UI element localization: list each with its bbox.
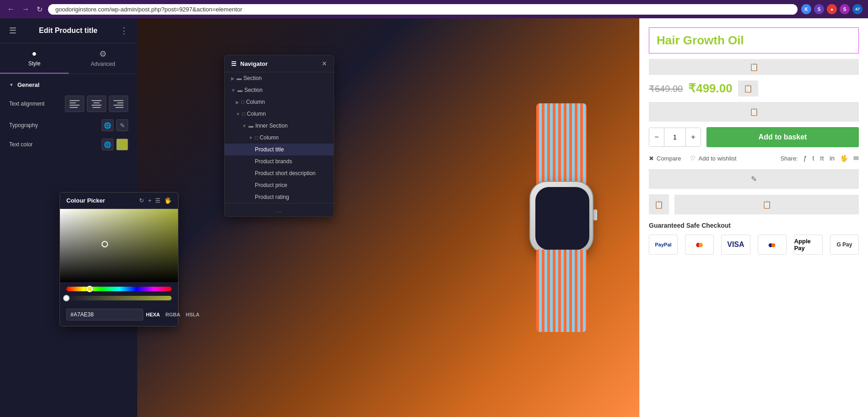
nav-column2[interactable]: ▼ □ Column: [225, 108, 334, 120]
grid-icon[interactable]: ⋮: [120, 26, 128, 36]
extension-icon3: S: [840, 4, 850, 14]
nav-column1-arrow: ▶: [236, 100, 239, 105]
color-controls: 🌐: [102, 139, 128, 150]
nav-column1-label: Column: [246, 99, 265, 105]
googlepay-icon: G Pay: [830, 235, 859, 255]
align-right-button[interactable]: [109, 96, 128, 112]
add-to-basket-button[interactable]: Add to basket: [706, 127, 859, 147]
align-center-button[interactable]: [87, 96, 106, 112]
colour-gradient-container[interactable]: [60, 209, 178, 282]
applepay-label: Apple Pay: [794, 238, 822, 251]
opacity-slider[interactable]: [66, 296, 172, 300]
product-actions-row: ✖ Compare ♡ Add to wishlist Share: ƒ t π…: [649, 155, 859, 162]
nav-column2-label: Column: [247, 111, 266, 117]
picker-reset-icon[interactable]: ↻: [139, 197, 144, 204]
widget-icon-bar2[interactable]: 📋: [674, 195, 859, 214]
advanced-tab-icon: ⚙: [99, 49, 107, 59]
picker-add-icon[interactable]: +: [148, 197, 151, 204]
wishlist-icon: ♡: [690, 155, 695, 162]
whatsapp-icon[interactable]: 🖖: [840, 155, 848, 162]
price-row: ₹649.00 ₹499.00 📋: [649, 80, 859, 96]
share-label: Share:: [780, 155, 798, 162]
nav-section2-arrow: ▼: [231, 88, 236, 93]
telegram-icon[interactable]: ✉: [853, 155, 859, 162]
navigator-close-button[interactable]: ✕: [322, 60, 327, 67]
refresh-button[interactable]: ↻: [35, 3, 44, 16]
compare-icon: ✖: [649, 155, 654, 162]
back-button[interactable]: ←: [5, 3, 16, 15]
facebook-icon[interactable]: ƒ: [803, 155, 807, 162]
product-image-background: [137, 18, 639, 417]
widget-icon-bar1[interactable]: 📋: [649, 194, 669, 214]
colour-inputs: HEXA RGBA HSLA: [60, 305, 178, 326]
colour-picker-cursor: [102, 241, 108, 247]
nav-column1[interactable]: ▶ □ Column: [225, 96, 334, 108]
forward-button[interactable]: →: [20, 3, 31, 15]
price-original: ₹649.00: [649, 83, 683, 94]
qty-controls: − +: [649, 128, 701, 147]
opacity-thumb: [63, 295, 70, 301]
address-bar[interactable]: goodoriginstore.com/wp-admin/post.php?po…: [48, 4, 798, 15]
text-color-row: Text color 🌐: [9, 139, 128, 150]
navigator-panel: ☰ Navigator ✕ ▶ ▬ Section ▼ ▬ Section: [224, 55, 334, 217]
applepay-icon: Apple Pay: [794, 235, 823, 255]
tab-style[interactable]: ● Style: [0, 43, 69, 74]
hexa-mode-button[interactable]: HEXA: [146, 312, 160, 317]
sidebar-header: ☰ Edit Product title ⋮: [0, 18, 137, 43]
color-swatch[interactable]: [116, 139, 128, 150]
align-left-button[interactable]: [65, 96, 84, 112]
color-globe-icon[interactable]: 🌐: [102, 139, 113, 150]
watch-body: [529, 181, 593, 254]
nav-product-rating[interactable]: Product rating: [225, 191, 334, 203]
product-widget-bar1[interactable]: 📋: [649, 102, 859, 122]
nav-product-brands[interactable]: Product brands: [225, 155, 334, 167]
widget-placeholder1[interactable]: 📋: [649, 59, 859, 75]
nav-column3[interactable]: ▼ □ Column: [225, 132, 334, 144]
general-section-title[interactable]: ▼ General: [9, 81, 128, 88]
product-title-input[interactable]: [649, 27, 859, 53]
linkedin-icon[interactable]: in: [830, 155, 835, 162]
picker-list-icon[interactable]: ☰: [155, 197, 161, 204]
qty-input[interactable]: [664, 128, 686, 146]
extension-icon4: 47: [852, 4, 863, 14]
nav-product-short-description[interactable]: Product short description: [225, 167, 334, 179]
qty-increase-button[interactable]: +: [686, 128, 701, 146]
picker-dropper-icon[interactable]: 🖐: [164, 197, 172, 204]
shield-icon: S: [814, 4, 824, 14]
nav-section1-arrow: ▶: [231, 76, 235, 81]
nav-section1-icon: ▬: [237, 75, 242, 81]
navigator-panel-icon: ☰: [231, 60, 237, 67]
pinterest-icon[interactable]: π: [819, 155, 824, 162]
hamburger-icon[interactable]: ☰: [9, 26, 16, 36]
qty-decrease-button[interactable]: −: [649, 128, 664, 146]
watch-crown: [593, 209, 597, 220]
price-widget[interactable]: 📋: [738, 80, 758, 96]
rgba-mode-button[interactable]: RGBA: [166, 312, 180, 317]
nav-section1[interactable]: ▶ ▬ Section: [225, 72, 334, 84]
product-widget-row1: 📋: [649, 59, 859, 75]
nav-inner-section-icon: ▬: [248, 123, 253, 128]
mastercard-icon: ● ●: [685, 235, 714, 255]
edit-widget-row: ✎: [649, 169, 859, 189]
hsla-mode-button[interactable]: HSLA: [186, 312, 199, 317]
nav-section2[interactable]: ▼ ▬ Section: [225, 84, 334, 96]
discover-icon: ● ●: [758, 235, 787, 255]
add-to-wishlist-link[interactable]: ♡ Add to wishlist: [690, 155, 736, 162]
nav-product-price[interactable]: Product price: [225, 179, 334, 191]
tab-advanced[interactable]: ⚙ Advanced: [69, 43, 137, 74]
compare-link[interactable]: ✖ Compare: [649, 155, 681, 162]
colour-gradient[interactable]: [60, 209, 178, 282]
paypal-label: PayPal: [655, 242, 672, 247]
edit-widget-bar[interactable]: ✎: [649, 169, 859, 189]
nav-inner-section[interactable]: ▼ ▬ Inner Section: [225, 120, 334, 132]
section-arrow: ▼: [9, 82, 14, 87]
typography-edit-icon[interactable]: ✎: [116, 119, 128, 131]
hue-slider[interactable]: [66, 287, 172, 291]
typography-globe-icon[interactable]: 🌐: [102, 119, 113, 131]
twitter-icon[interactable]: t: [813, 155, 814, 162]
nav-product-price-label: Product price: [255, 182, 287, 188]
extension-icon2: ●: [827, 4, 837, 14]
hex-input[interactable]: [66, 309, 143, 321]
nav-product-title[interactable]: Product title: [225, 144, 334, 155]
paypal-icon: PayPal: [649, 235, 678, 255]
